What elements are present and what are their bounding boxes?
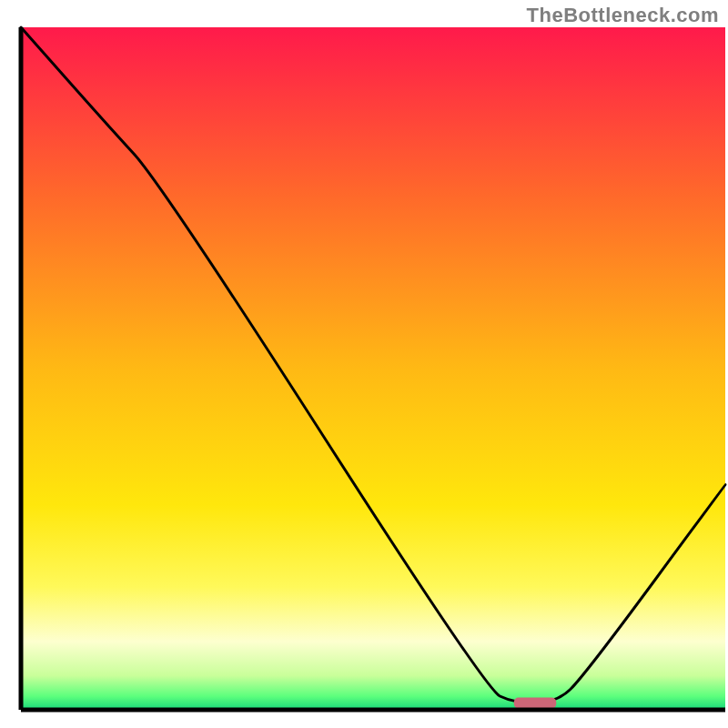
attribution-label: TheBottleneck.com [527,4,719,27]
chart-container: TheBottleneck.com [0,0,728,728]
plot-background [21,27,725,710]
marker-bar [514,698,556,709]
bottleneck-chart [0,0,728,728]
